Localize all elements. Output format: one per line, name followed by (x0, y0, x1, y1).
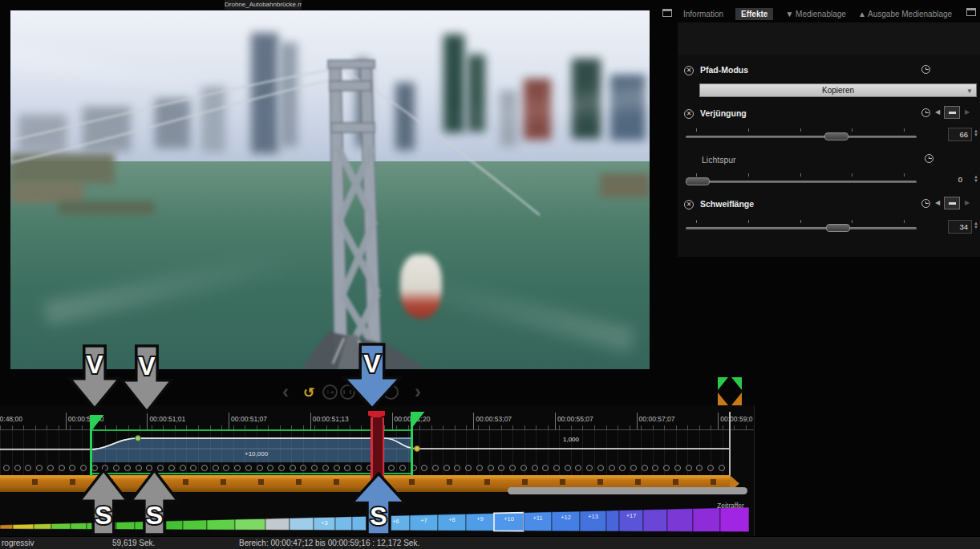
keyframe-circle[interactable] (663, 465, 670, 471)
keyframe-circle[interactable] (575, 465, 581, 471)
value-spinner[interactable]: ▲▼ (974, 129, 978, 136)
keyframe-circle[interactable] (190, 465, 196, 471)
keyframe-circle[interactable] (388, 465, 395, 471)
tab-ausgabe-medienablage[interactable]: ▲ Ausgabe Medienablage (858, 10, 952, 18)
zoom-range-green-left-icon[interactable] (718, 377, 728, 390)
range-end-marker[interactable] (411, 412, 413, 476)
keyframe-circle[interactable] (686, 465, 692, 471)
pfad-modus-dropdown[interactable]: Kopieren ▼ (699, 83, 977, 97)
keyframe-circle[interactable] (443, 465, 450, 471)
keyframe-circle[interactable] (3, 465, 10, 471)
keyframe-circle[interactable] (311, 465, 318, 471)
lichtspur-slider[interactable] (684, 172, 918, 188)
keyframe-clock-icon[interactable] (921, 199, 930, 208)
keyframe-circle[interactable] (542, 465, 549, 471)
keyframe-circle[interactable] (520, 465, 527, 471)
zoom-range-orange-right-icon[interactable] (731, 392, 742, 405)
keyframe-circle[interactable] (652, 465, 658, 471)
keyframe-circle[interactable] (597, 465, 604, 471)
keyframe-circle[interactable] (432, 465, 439, 471)
speed-segment[interactable] (0, 525, 13, 529)
speed-segment[interactable] (720, 507, 749, 532)
keyframe-circle[interactable] (278, 465, 285, 471)
zoom-range-green-right-icon[interactable] (731, 377, 742, 390)
keyframe-dot-yellow[interactable] (415, 446, 420, 452)
keyframe-circle[interactable] (300, 465, 306, 471)
skip-to-start-button[interactable]: ❙◀ (322, 384, 338, 400)
prev-keyframe-button[interactable]: ◀ (935, 106, 940, 119)
keyframe-circle[interactable] (180, 465, 186, 471)
schweiflaenge-value[interactable]: 34 (948, 220, 972, 234)
speed-segment[interactable] (207, 519, 235, 530)
keyframe-circle[interactable] (476, 465, 483, 471)
effect-toggle-icon[interactable]: ✕ (684, 200, 694, 209)
speed-segment[interactable] (290, 518, 314, 531)
keyframe-circle[interactable] (488, 465, 494, 471)
keyframe-circle[interactable] (619, 465, 626, 471)
keyframe-circle[interactable] (465, 465, 472, 471)
keyframe-circle[interactable] (609, 465, 615, 471)
keyframe-circle[interactable] (355, 465, 362, 471)
tab-effekte[interactable]: Effekte (735, 8, 773, 20)
keyframe-clock-icon[interactable] (921, 108, 930, 117)
keyframe-circle[interactable] (642, 465, 648, 471)
keyframe-circle[interactable] (586, 465, 593, 471)
keyframe-circle[interactable] (245, 465, 252, 471)
keyframe-circle[interactable] (14, 465, 21, 471)
next-keyframe-button[interactable]: ▶ (965, 197, 970, 209)
keyframe-circle[interactable] (553, 465, 560, 471)
timeline-scrollbar[interactable] (508, 487, 747, 494)
lichtspur-value[interactable]: 0 (942, 173, 966, 187)
keyframe-circle[interactable] (630, 465, 637, 471)
tab-information[interactable]: Information (683, 10, 723, 18)
keyframe-circle[interactable] (334, 465, 340, 471)
keyframe-circle[interactable] (498, 465, 504, 471)
keyframe-clock-icon[interactable] (925, 154, 933, 163)
keyframe-circle[interactable] (223, 465, 229, 471)
keyframe-circle[interactable] (201, 465, 208, 471)
keyframe-circle[interactable] (719, 465, 725, 471)
next-frame-button[interactable]: › (415, 380, 421, 403)
keyframe-circle[interactable] (234, 465, 241, 471)
range-start-marker[interactable] (90, 415, 92, 476)
previous-frame-button[interactable]: ‹ (282, 380, 289, 403)
keyframe-circle[interactable] (290, 465, 296, 471)
keyframe-circle[interactable] (565, 465, 571, 471)
slider-handle[interactable] (826, 224, 850, 232)
value-spinner[interactable]: ▲▼ (974, 222, 978, 229)
keyframe-circle[interactable] (421, 465, 427, 471)
speed-segment[interactable] (13, 524, 34, 529)
keyframe-clock-icon[interactable] (921, 65, 930, 74)
keyframe-circle[interactable] (69, 465, 75, 471)
keyframe-circle[interactable] (344, 465, 350, 471)
float-window-icon[interactable] (662, 9, 672, 17)
keyframe-circle[interactable] (47, 465, 54, 471)
keyframe-dot-green[interactable] (136, 436, 141, 441)
keyframe-circle[interactable] (399, 465, 406, 471)
keyframe-circle[interactable] (213, 465, 219, 471)
slider-handle[interactable] (686, 177, 710, 185)
value-spinner[interactable]: ▲▼ (974, 175, 978, 182)
keyframe-circle[interactable] (674, 465, 681, 471)
keyframe-circle[interactable] (25, 465, 31, 471)
speed-segment[interactable] (183, 520, 207, 530)
keyframe-circle[interactable] (696, 465, 703, 471)
speed-segment[interactable] (335, 517, 352, 531)
keyframe-circle[interactable] (59, 465, 65, 471)
effect-toggle-icon[interactable]: ✕ (684, 109, 694, 119)
verjuengung-slider[interactable] (684, 127, 918, 143)
prev-keyframe-button[interactable]: ◀ (935, 197, 940, 209)
zoom-range-orange-left-icon[interactable] (718, 392, 728, 405)
keyframe-circle[interactable] (322, 465, 329, 471)
speed-segment[interactable] (693, 508, 720, 532)
keyframe-circle[interactable] (454, 465, 460, 471)
next-keyframe-button[interactable]: ▶ (965, 106, 970, 119)
schweiflaenge-slider[interactable] (684, 218, 918, 234)
speed-segment[interactable] (606, 510, 619, 531)
speed-segment[interactable] (643, 509, 667, 531)
playhead[interactable] (371, 417, 384, 479)
keyframe-circle[interactable] (707, 465, 714, 471)
keyframe-circle[interactable] (532, 465, 538, 471)
effect-toggle-icon[interactable]: ✕ (684, 66, 694, 75)
verjuengung-value[interactable]: 66 (948, 128, 972, 141)
